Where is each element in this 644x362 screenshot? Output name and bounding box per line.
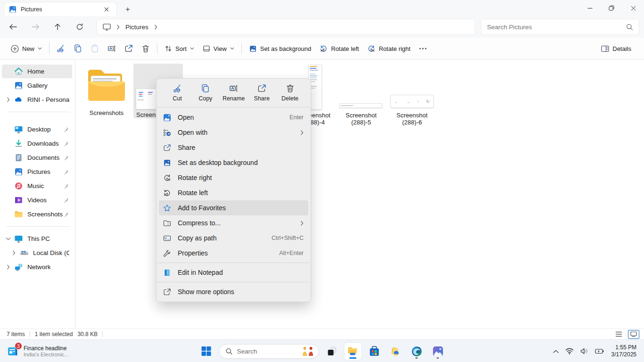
sidebar-item-videos[interactable]: Videos	[2, 193, 72, 207]
sidebar-item-network[interactable]: Network	[2, 260, 72, 274]
tab-close-icon[interactable]	[101, 4, 112, 15]
search-pictures-input[interactable]: Search Pictures	[481, 19, 639, 35]
refresh-icon[interactable]	[72, 19, 88, 34]
context-menu: Cut Copy Rename Share Delete	[156, 78, 311, 302]
sidebar-item-this-pc[interactable]: This PC	[2, 232, 72, 246]
rotate-left-button[interactable]: Rotate left	[315, 41, 363, 56]
cut-button[interactable]: Cut	[165, 84, 190, 102]
menu-item-set-as-desktop-background[interactable]: Set as desktop background	[159, 155, 308, 170]
explorer-tab-pictures[interactable]: Pictures	[4, 2, 117, 16]
copy-icon	[201, 84, 210, 93]
rename-button[interactable]	[103, 41, 120, 56]
screenshot-thumbnail	[339, 103, 382, 108]
copy-button[interactable]: Copy	[193, 84, 218, 102]
menu-item-rotate-right[interactable]: Rotate right	[159, 170, 308, 185]
copy-button[interactable]	[69, 41, 86, 56]
sidebar-item-pictures[interactable]: Pictures	[2, 165, 72, 179]
breadcrumb-chevron-icon[interactable]	[154, 25, 157, 30]
sidebar-item-onedrive[interactable]: RINI - Personal	[2, 93, 72, 107]
sidebar-item-documents[interactable]: Documents	[2, 151, 72, 165]
drive-icon	[20, 248, 29, 257]
menu-item-compress-to[interactable]: Compress to...	[159, 215, 308, 230]
sidebar-item-label: Music	[27, 182, 63, 189]
menu-item-properties[interactable]: Properties Alt+Enter	[159, 246, 308, 261]
file-tile-screenshots-folder[interactable]: Screenshots	[84, 64, 129, 116]
quick-action-label: Share	[254, 95, 270, 102]
chevron-right-icon[interactable]	[2, 264, 14, 270]
quick-action-label: Copy	[198, 95, 212, 102]
minimize-button[interactable]	[579, 0, 601, 16]
volume-icon[interactable]	[578, 345, 590, 357]
sidebar-item-gallery[interactable]: Gallery	[2, 79, 72, 92]
home-icon	[14, 67, 23, 76]
menu-item-edit-in-notepad[interactable]: Edit in Notepad	[159, 265, 308, 280]
hidden-icons-chevron-icon[interactable]	[551, 347, 561, 356]
paste-button[interactable]	[86, 41, 103, 56]
breadcrumb-item-pictures[interactable]: Pictures	[125, 24, 149, 31]
onedrive-folder-button[interactable]	[387, 343, 404, 360]
sidebar-item-label: This PC	[27, 235, 69, 242]
share-button[interactable]: Share	[249, 84, 274, 102]
close-button[interactable]	[622, 0, 644, 16]
chevron-right-icon[interactable]	[8, 250, 20, 255]
quick-action-label: Rename	[223, 95, 245, 102]
rename-button[interactable]: Rename	[222, 84, 246, 102]
taskbar-search-input[interactable]: Search	[219, 344, 319, 359]
wifi-icon[interactable]	[563, 345, 576, 357]
running-indicator	[415, 357, 418, 359]
back-icon[interactable]	[5, 19, 21, 34]
photos-app-button[interactable]	[429, 343, 446, 360]
task-view-button[interactable]	[323, 343, 340, 360]
file-tile-screenshot-288-6[interactable]: ← → ↑ ↻ Screenshot(288)-6	[388, 64, 436, 126]
sidebar-item-downloads[interactable]: Downloads	[2, 137, 72, 150]
maximize-button[interactable]	[601, 0, 622, 16]
menu-item-add-to-favorites[interactable]: Add to Favorites	[159, 200, 308, 215]
menu-item-show-more-options[interactable]: Show more options	[159, 284, 308, 299]
breadcrumb[interactable]: Pictures	[97, 19, 475, 35]
thumbnail-view-icon[interactable]	[628, 330, 639, 339]
file-tile-screenshot-288-5[interactable]: Screenshot(288)-5	[337, 64, 385, 126]
new-tab-button[interactable]: +	[122, 4, 134, 15]
set-as-background-button[interactable]: Set as background	[245, 41, 315, 56]
start-button[interactable]	[198, 343, 215, 360]
microsoft-store-button[interactable]	[366, 343, 383, 360]
details-view-icon[interactable]	[613, 330, 624, 339]
menu-item-copy-as-path[interactable]: Copy as path Ctrl+Shift+C	[159, 230, 308, 246]
sidebar-item-local-disk-c[interactable]: Local Disk (C:)	[8, 246, 72, 260]
delete-icon	[286, 84, 295, 93]
cut-button[interactable]	[52, 41, 69, 56]
more-options-button[interactable]	[415, 44, 431, 53]
menu-item-share[interactable]: Share	[159, 140, 308, 155]
sidebar-item-label: Downloads	[27, 140, 63, 147]
chevron-right-icon[interactable]	[2, 97, 14, 102]
sidebar-item-music[interactable]: Music	[2, 179, 72, 193]
battery-icon[interactable]	[593, 346, 606, 357]
sidebar-item-screenshots[interactable]: Screenshots	[2, 207, 72, 221]
delete-button[interactable]: Delete	[278, 84, 302, 102]
menu-item-rotate-left[interactable]: Rotate left	[159, 185, 308, 200]
chevron-down-icon[interactable]	[2, 237, 14, 240]
widgets-button[interactable]: 3 Finance headline India's Electronic...	[4, 342, 72, 360]
details-button[interactable]: Details	[597, 42, 636, 56]
menu-item-open[interactable]: Open Enter	[159, 110, 308, 125]
share-button[interactable]	[120, 41, 137, 56]
menu-item-open-with[interactable]: Open with	[159, 125, 308, 140]
edge-browser-button[interactable]	[408, 343, 425, 360]
sidebar-item-home[interactable]: Home	[2, 65, 72, 78]
clock[interactable]: 1:55 PM 3/17/2025	[609, 344, 640, 358]
rotate-right-button[interactable]: Rotate right	[363, 41, 414, 56]
forward-icon[interactable]	[27, 19, 43, 34]
up-icon[interactable]	[50, 19, 66, 34]
sidebar-item-desktop[interactable]: Desktop	[2, 123, 72, 136]
pin-icon	[63, 183, 69, 189]
navigation-bar: Pictures Search Pictures	[0, 16, 644, 38]
new-button[interactable]: New	[7, 41, 46, 56]
mini-back-icon: ←	[394, 99, 399, 104]
view-button[interactable]: View	[198, 41, 239, 56]
show-more-icon	[163, 288, 171, 296]
documents-icon	[14, 153, 23, 162]
pin-icon	[63, 211, 69, 218]
sort-button[interactable]: Sort	[160, 41, 198, 56]
file-explorer-taskbar-button[interactable]	[345, 343, 362, 360]
delete-button[interactable]	[137, 41, 154, 56]
